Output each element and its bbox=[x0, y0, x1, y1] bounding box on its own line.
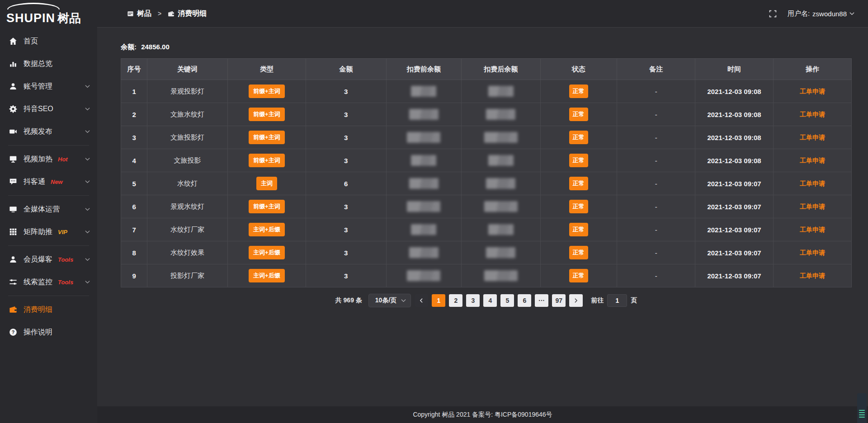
cell-keyword: 水纹灯效果 bbox=[147, 241, 228, 264]
gear-icon bbox=[9, 105, 17, 113]
type-badge: 前缀+主词 bbox=[249, 108, 285, 121]
ticket-apply-link[interactable]: 工单申请 bbox=[800, 88, 825, 95]
cell-action: 工单申请 bbox=[774, 241, 852, 264]
breadcrumb: 树品 > 消费明细 bbox=[127, 9, 207, 19]
cell-balance-before bbox=[386, 195, 461, 218]
page-button-2[interactable]: 2 bbox=[449, 294, 462, 307]
sidebar-item-member-baoke[interactable]: 会员爆客Tools bbox=[0, 248, 97, 271]
table-row: 9投影灯厂家主词+后缀3正常-2021-12-03 09:07工单申请 bbox=[121, 264, 852, 287]
footer: Copyright 树品 2021 备案号: 粤ICP备09019646号 bbox=[97, 406, 868, 423]
redacted-balance bbox=[484, 132, 518, 143]
chevron-down-icon bbox=[401, 299, 406, 302]
redacted-balance bbox=[488, 86, 514, 97]
page-button-97[interactable]: 97 bbox=[552, 294, 566, 307]
page-jump-input[interactable] bbox=[607, 294, 627, 307]
cell-remark: - bbox=[617, 103, 695, 126]
column-header: 备注 bbox=[617, 59, 695, 80]
sidebar-item-account-management[interactable]: 账号管理 bbox=[0, 75, 97, 98]
status-badge: 正常 bbox=[569, 131, 588, 144]
ticket-apply-link[interactable]: 工单申请 bbox=[800, 226, 825, 233]
breadcrumb-item-shupin[interactable]: 树品 bbox=[127, 9, 151, 19]
cell-type: 前缀+主词 bbox=[227, 103, 306, 126]
prev-page-button[interactable] bbox=[415, 294, 428, 307]
ticket-apply-link[interactable]: 工单申请 bbox=[800, 157, 825, 164]
ticket-apply-link[interactable]: 工单申请 bbox=[800, 134, 825, 141]
cell-balance-before bbox=[386, 103, 461, 126]
floating-widget[interactable] bbox=[857, 393, 867, 423]
person-icon bbox=[9, 255, 17, 263]
fullscreen-icon[interactable] bbox=[769, 10, 777, 18]
user-dropdown[interactable]: 用户名: zswodun88 bbox=[788, 9, 854, 18]
menu-divider bbox=[8, 145, 89, 146]
cell-amount: 3 bbox=[306, 149, 386, 172]
menu-badge: Tools bbox=[58, 256, 73, 263]
sidebar-item-video-heating[interactable]: 视频加热Hot bbox=[0, 148, 97, 170]
page-button-3[interactable]: 3 bbox=[466, 294, 480, 307]
page-size-select[interactable]: 10条/页 bbox=[368, 294, 411, 307]
page-button-5[interactable]: 5 bbox=[500, 294, 514, 307]
cell-status: 正常 bbox=[540, 80, 617, 103]
cell-amount: 3 bbox=[306, 126, 386, 149]
breadcrumb-item-consumption[interactable]: 消费明细 bbox=[168, 9, 207, 19]
sidebar-item-data-overview[interactable]: 数据总览 bbox=[0, 52, 97, 75]
pagination: 共 969 条 10条/页 123456···97 前往 页 bbox=[121, 294, 852, 307]
table-row: 6景观水纹灯前缀+主词3正常-2021-12-03 09:07工单申请 bbox=[121, 195, 852, 218]
sidebar-item-douketong[interactable]: 抖客通New bbox=[0, 170, 97, 193]
type-badge: 主词+后缀 bbox=[249, 269, 285, 282]
cell-balance-after bbox=[462, 149, 541, 172]
cell-balance-before bbox=[386, 126, 461, 149]
cell-balance-before bbox=[386, 264, 461, 287]
column-header: 序号 bbox=[121, 59, 147, 80]
cell-time: 2021-12-03 09:08 bbox=[695, 149, 774, 172]
sidebar-item-consumption-detail[interactable]: 消费明细 bbox=[0, 298, 97, 321]
cell-type: 前缀+主词 bbox=[227, 126, 306, 149]
column-header: 扣费前余额 bbox=[386, 59, 461, 80]
cell-keyword: 文旅投影 bbox=[147, 149, 228, 172]
sidebar-item-lead-monitor[interactable]: 线索监控Tools bbox=[0, 271, 97, 293]
cell-time: 2021-12-03 09:07 bbox=[695, 195, 774, 218]
ticket-apply-link[interactable]: 工单申请 bbox=[800, 180, 825, 187]
cell-time: 2021-12-03 09:07 bbox=[695, 241, 774, 264]
wallet-icon bbox=[9, 306, 17, 314]
cell-remark: - bbox=[617, 218, 695, 241]
cell-status: 正常 bbox=[540, 264, 617, 287]
sidebar-item-matrix-boost[interactable]: 矩阵助推VIP bbox=[0, 221, 97, 243]
ellipsis-button[interactable]: ··· bbox=[535, 294, 548, 307]
cell-status: 正常 bbox=[540, 172, 617, 195]
sidebar-item-home[interactable]: 首页 bbox=[0, 30, 97, 52]
ticket-apply-link[interactable]: 工单申请 bbox=[800, 111, 825, 118]
cell-amount: 3 bbox=[306, 218, 386, 241]
sidebar-item-label: 抖客通 bbox=[24, 177, 45, 187]
sidebar-item-operation-guide[interactable]: ?操作说明 bbox=[0, 321, 97, 343]
sidebar-item-label: 全媒体运营 bbox=[24, 205, 60, 214]
cell-amount: 3 bbox=[306, 80, 386, 103]
cell-remark: - bbox=[617, 172, 695, 195]
cell-keyword: 水纹灯厂家 bbox=[147, 218, 228, 241]
sidebar-item-douyin-seo[interactable]: 抖音SEO bbox=[0, 98, 97, 120]
balance: 余额: 24856.00 bbox=[121, 43, 852, 52]
cell-balance-after bbox=[462, 264, 541, 287]
sidebar-item-omni-media[interactable]: 全媒体运营 bbox=[0, 198, 97, 221]
page-button-4[interactable]: 4 bbox=[483, 294, 497, 307]
sidebar-item-video-publish[interactable]: 视频发布 bbox=[0, 120, 97, 143]
page-buttons: 123456···97 bbox=[415, 294, 583, 307]
ticket-apply-link[interactable]: 工单申请 bbox=[800, 272, 825, 279]
ticket-apply-link[interactable]: 工单申请 bbox=[800, 203, 825, 210]
sidebar-item-label: 操作说明 bbox=[24, 328, 52, 337]
cell-action: 工单申请 bbox=[774, 195, 852, 218]
page-size-value: 10条/页 bbox=[375, 296, 396, 305]
next-page-button[interactable] bbox=[569, 294, 583, 307]
copyright-text: Copyright 树品 2021 备案号: 粤ICP备09019646号 bbox=[413, 411, 552, 419]
cell-time: 2021-12-03 09:07 bbox=[695, 264, 774, 287]
widget-stripe bbox=[859, 417, 865, 418]
redacted-balance bbox=[411, 224, 436, 235]
cell-balance-after bbox=[462, 218, 541, 241]
page-button-6[interactable]: 6 bbox=[518, 294, 531, 307]
page-button-1[interactable]: 1 bbox=[432, 294, 445, 307]
cell-type: 前缀+主词 bbox=[227, 149, 306, 172]
cell-balance-before bbox=[386, 218, 461, 241]
ticket-apply-link[interactable]: 工单申请 bbox=[800, 249, 825, 256]
cell-time: 2021-12-03 09:07 bbox=[695, 218, 774, 241]
cell-type: 主词+后缀 bbox=[227, 218, 306, 241]
logo-text-cn: 树品 bbox=[57, 10, 81, 26]
